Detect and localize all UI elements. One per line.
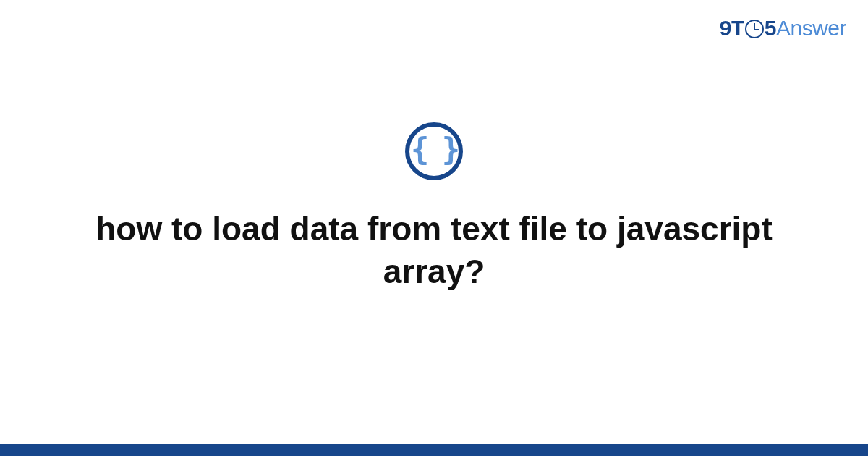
- footer-accent-bar: [0, 444, 868, 456]
- braces-icon: { }: [411, 135, 457, 165]
- category-badge: { }: [405, 122, 463, 180]
- question-title: how to load data from text file to javas…: [90, 208, 778, 293]
- main-content: { } how to load data from text file to j…: [0, 0, 868, 436]
